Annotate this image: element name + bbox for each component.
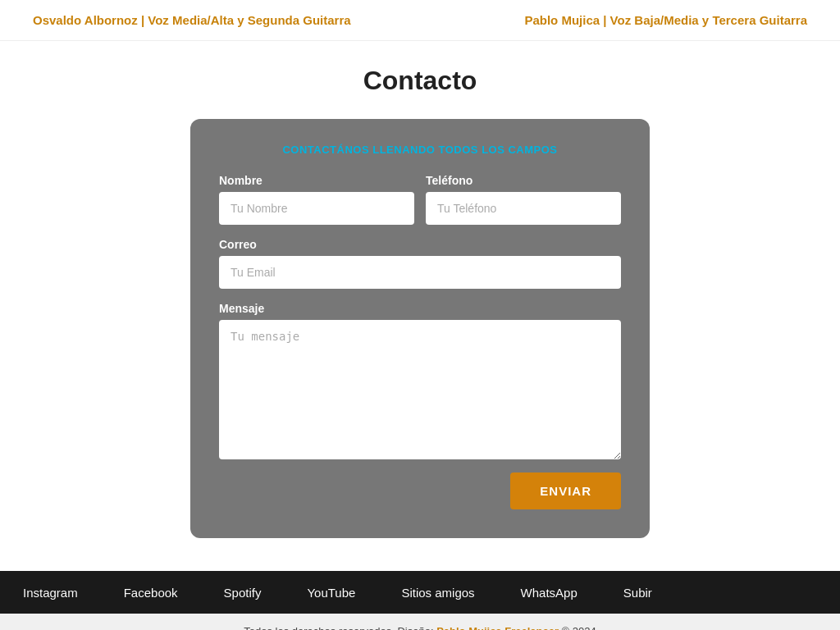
footer-nav-sitios-amigos[interactable]: Sitios amigos [378,571,497,614]
nombre-label: Nombre [219,174,414,187]
footer-nav-instagram[interactable]: Instagram [0,571,101,614]
footer-nav-spotify[interactable]: Spotify [201,571,285,614]
page-title: Contacto [16,66,824,96]
form-row-3: Mensaje [219,302,621,459]
telefono-label: Teléfono [426,174,621,187]
right-artist-name: Pablo Mujica | Voz Baja/Media y Tercera … [524,13,807,27]
form-row-1: Nombre Teléfono [219,174,621,225]
submit-button[interactable]: ENVIAR [510,472,621,509]
nombre-group: Nombre [219,174,414,225]
form-row-2: Correo [219,238,621,289]
mensaje-group: Mensaje [219,302,621,459]
telefono-group: Teléfono [426,174,621,225]
copyright-text-before: Todos los derechos reservados. Diseño: [244,625,433,630]
contact-form-container: CONTACTÁNOS LLENANDO TODOS LOS CAMPOS No… [190,119,650,538]
footer-nav-youtube[interactable]: YouTube [284,571,378,614]
main-content: Contacto CONTACTÁNOS LLENANDO TODOS LOS … [0,41,840,571]
header-bar: Osvaldo Albornoz | Voz Media/Alta y Segu… [0,0,840,41]
footer-nav-facebook[interactable]: Facebook [101,571,201,614]
footer-nav: Instagram Facebook Spotify YouTube Sitio… [0,571,840,614]
correo-group: Correo [219,238,621,289]
correo-input[interactable] [219,256,621,289]
form-submit-row: ENVIAR [219,472,621,509]
footer-nav-whatsapp[interactable]: WhatsApp [498,571,600,614]
telefono-input[interactable] [426,192,621,225]
correo-label: Correo [219,238,621,251]
mensaje-textarea[interactable] [219,320,621,459]
footer-nav-subir[interactable]: Subir [600,571,675,614]
footer-copyright: Todos los derechos reservados. Diseño: P… [0,614,840,630]
copyright-designer: Pablo Mujica Freelancer [436,625,559,630]
left-artist-name: Osvaldo Albornoz | Voz Media/Alta y Segu… [33,13,351,27]
form-instruction: CONTACTÁNOS LLENANDO TODOS LOS CAMPOS [219,144,621,156]
mensaje-label: Mensaje [219,302,621,315]
nombre-input[interactable] [219,192,414,225]
copyright-text-after: © 2024 [562,625,596,630]
